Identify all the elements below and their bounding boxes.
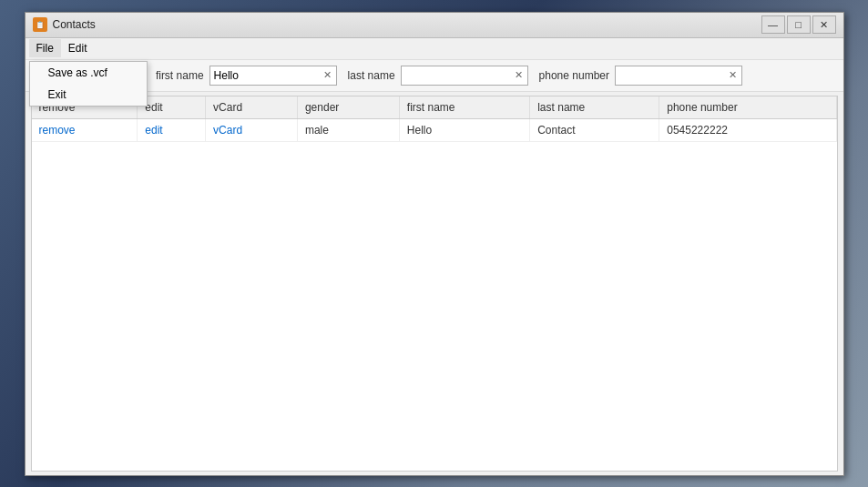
minimize-button[interactable]: — [761, 15, 785, 34]
firstname-clear-button[interactable]: ✕ [320, 67, 336, 84]
lastname-label: last name [348, 69, 395, 82]
menu-bar: File Save as .vcf Exit Edit [26, 38, 843, 60]
close-button[interactable]: ✕ [812, 15, 836, 34]
title-bar-buttons: — □ ✕ [761, 15, 836, 34]
cell-phone: 0545222222 [659, 118, 836, 141]
phone-label: phone number [539, 69, 609, 82]
firstname-input[interactable] [210, 66, 320, 85]
firstname-wrapper: ✕ [209, 66, 337, 86]
vcard-link[interactable]: vCard [213, 124, 242, 137]
phone-group: phone number ✕ [539, 66, 742, 86]
col-vcard: vCard [206, 96, 298, 119]
col-edit: edit [138, 96, 206, 119]
lastname-group: last name ✕ [348, 66, 528, 86]
firstname-label: first name [156, 69, 204, 82]
phone-input[interactable] [616, 66, 725, 85]
menu-edit[interactable]: Edit [61, 39, 95, 57]
window-title: Contacts [53, 18, 761, 31]
col-phone: phone number [659, 96, 836, 119]
lastname-clear-button[interactable]: ✕ [511, 67, 527, 84]
menu-file[interactable]: File Save as .vcf Exit [29, 39, 61, 57]
edit-link[interactable]: edit [145, 124, 162, 137]
phone-wrapper: ✕ [615, 66, 742, 86]
cell-edit: edit [138, 118, 206, 141]
lastname-wrapper: ✕ [401, 66, 528, 86]
firstname-group: first name ✕ [156, 66, 337, 86]
title-bar: 📋 Contacts — □ ✕ [26, 13, 843, 38]
cell-remove: remove [32, 118, 138, 141]
cell-vcard: vCard [206, 118, 298, 141]
cell-lastname: Contact [530, 118, 659, 141]
lastname-input[interactable] [402, 66, 511, 85]
remove-link[interactable]: remove [39, 124, 76, 137]
col-gender: gender [297, 96, 399, 119]
cell-gender: male [297, 118, 399, 141]
col-firstname: first name [399, 96, 529, 119]
phone-clear-button[interactable]: ✕ [725, 67, 741, 84]
toolbar: gender All Male Female first name ✕ last… [26, 60, 843, 92]
table-header-row: remove edit vCard gender first name last… [32, 96, 837, 119]
cell-firstname: Hello [399, 118, 529, 141]
contacts-table-container: remove edit vCard gender first name last… [31, 96, 838, 472]
exit-item[interactable]: Exit [30, 84, 147, 106]
contacts-table: remove edit vCard gender first name last… [32, 96, 837, 142]
save-vcf-item[interactable]: Save as .vcf [30, 62, 147, 84]
col-lastname: last name [530, 96, 659, 119]
table-row: remove edit vCard male Hello Contact 054… [32, 118, 837, 141]
app-icon: 📋 [33, 17, 47, 32]
main-window: 📋 Contacts — □ ✕ File Save as .vcf Exit … [25, 12, 844, 476]
maximize-button[interactable]: □ [787, 15, 811, 34]
file-dropdown: Save as .vcf Exit [29, 61, 148, 107]
